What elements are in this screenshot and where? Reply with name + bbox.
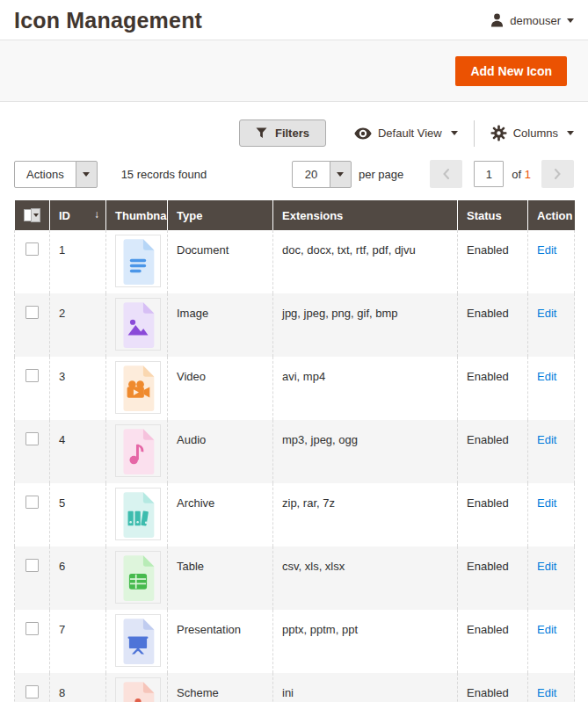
page-number-input[interactable] <box>474 161 504 187</box>
next-page-button[interactable] <box>541 160 574 188</box>
edit-link[interactable]: Edit <box>537 307 556 320</box>
gear-icon <box>490 125 507 141</box>
divider <box>474 120 475 147</box>
user-menu[interactable]: demouser <box>490 13 574 27</box>
table-body: 1 Document doc, docx, txt, rtf, pdf, djv… <box>15 230 575 702</box>
column-header-status[interactable]: Status <box>458 200 528 230</box>
row-checkbox-cell <box>15 673 50 702</box>
row-checkbox[interactable] <box>25 496 39 509</box>
row-thumbnail-cell <box>106 610 168 673</box>
table-file-icon <box>115 551 161 604</box>
chevron-down-icon <box>451 131 458 135</box>
icons-table: ID↓ThumbnailTypeExtensionsStatusAction 1… <box>14 200 575 702</box>
row-thumbnail-cell <box>106 293 168 357</box>
row-checkbox[interactable] <box>25 559 39 572</box>
column-header-id[interactable]: ID↓ <box>50 200 106 230</box>
chevron-left-icon <box>442 168 450 180</box>
row-id: 1 <box>50 230 106 293</box>
row-type: Video <box>168 357 273 420</box>
row-checkbox[interactable] <box>25 432 39 445</box>
column-header-action[interactable]: Action <box>528 200 575 230</box>
eye-icon <box>354 127 372 140</box>
edit-link[interactable]: Edit <box>537 623 556 636</box>
edit-link[interactable]: Edit <box>537 686 556 699</box>
row-id: 7 <box>50 610 106 673</box>
edit-link[interactable]: Edit <box>537 243 556 257</box>
row-checkbox-cell <box>15 420 50 483</box>
row-type: Archive <box>168 483 273 546</box>
chevron-down-icon <box>567 131 574 135</box>
edit-link[interactable]: Edit <box>537 370 556 383</box>
row-checkbox[interactable] <box>25 622 39 635</box>
presentation-file-icon <box>115 614 161 667</box>
chevron-down-icon <box>567 18 574 23</box>
row-checkbox-cell <box>15 610 50 673</box>
row-id: 3 <box>50 357 106 420</box>
row-id: 8 <box>50 673 106 702</box>
row-extensions: zip, rar, 7z <box>273 483 458 546</box>
row-thumbnail-cell <box>106 357 168 420</box>
table-row: 7 Presentation pptx, pptm, ppt Enabled E… <box>15 610 575 673</box>
actions-bar: Actions 15 records found 20 per page of … <box>0 156 588 200</box>
previous-page-button[interactable] <box>430 160 462 188</box>
row-extensions: csv, xls, xlsx <box>273 546 458 610</box>
table-row: 6 Table csv, xls, xlsx Enabled Edit <box>15 546 575 610</box>
actions-dropdown[interactable]: Actions <box>14 161 98 188</box>
columns-control[interactable]: Columns <box>490 125 574 141</box>
filters-button[interactable]: Filters <box>239 119 326 147</box>
row-checkbox[interactable] <box>25 242 39 256</box>
column-header-extensions[interactable]: Extensions <box>273 200 458 230</box>
grid-controls: Filters Default View <box>0 102 588 156</box>
document-file-icon <box>115 235 161 287</box>
actions-dropdown-arrow[interactable] <box>76 161 98 188</box>
row-status: Enabled <box>458 673 528 702</box>
page-actions-toolbar: Add New Icon <box>0 40 588 102</box>
column-header-thumbnail[interactable]: Thumbnail <box>106 200 168 230</box>
row-status: Enabled <box>458 420 528 483</box>
row-extensions: mp3, jpeg, ogg <box>273 420 458 483</box>
chevron-right-icon <box>554 168 562 180</box>
select-all-dropdown[interactable] <box>24 208 41 222</box>
row-checkbox[interactable] <box>25 685 39 698</box>
row-status: Enabled <box>458 293 528 357</box>
row-id: 4 <box>50 420 106 483</box>
default-view-control[interactable]: Default View <box>354 127 458 140</box>
row-thumbnail-cell <box>106 673 168 702</box>
per-page-arrow[interactable] <box>330 161 352 188</box>
row-status: Enabled <box>458 610 528 673</box>
per-page-value: 20 <box>292 161 330 188</box>
sort-descending-icon: ↓ <box>94 208 99 221</box>
add-new-icon-button[interactable]: Add New Icon <box>455 56 567 86</box>
edit-link[interactable]: Edit <box>537 433 556 446</box>
select-all-arrow[interactable] <box>31 208 40 222</box>
row-extensions: jpg, jpeg, png, gif, bmp <box>273 293 458 357</box>
row-extensions: ini <box>273 673 458 702</box>
row-checkbox-cell <box>15 483 50 546</box>
edit-link[interactable]: Edit <box>537 496 556 510</box>
audio-file-icon <box>115 424 161 477</box>
per-page-label: per page <box>359 168 403 181</box>
user-icon <box>490 13 504 27</box>
per-page-select[interactable]: 20 <box>292 161 352 188</box>
table-row: 1 Document doc, docx, txt, rtf, pdf, djv… <box>15 230 575 293</box>
row-checkbox-cell <box>15 293 50 357</box>
select-all-header <box>15 200 50 230</box>
page-count-text: of 1 <box>512 168 531 181</box>
row-type: Table <box>168 546 273 610</box>
table-row: 8 Scheme ini Enabled Edit <box>15 673 575 702</box>
table-header-row: ID↓ThumbnailTypeExtensionsStatusAction <box>15 200 575 230</box>
row-checkbox[interactable] <box>25 306 39 319</box>
edit-link[interactable]: Edit <box>537 560 556 573</box>
user-name: demouser <box>510 14 561 27</box>
row-type: Image <box>168 293 273 357</box>
row-checkbox-cell <box>15 357 50 420</box>
columns-label: Columns <box>513 127 558 140</box>
total-pages: 1 <box>525 168 531 181</box>
column-header-type[interactable]: Type <box>168 200 273 230</box>
row-id: 5 <box>50 483 106 546</box>
chevron-down-icon <box>33 213 39 217</box>
row-status: Enabled <box>458 546 528 610</box>
row-extensions: doc, docx, txt, rtf, pdf, djvu <box>273 230 458 293</box>
row-checkbox[interactable] <box>25 369 39 382</box>
chevron-down-icon <box>337 172 344 177</box>
